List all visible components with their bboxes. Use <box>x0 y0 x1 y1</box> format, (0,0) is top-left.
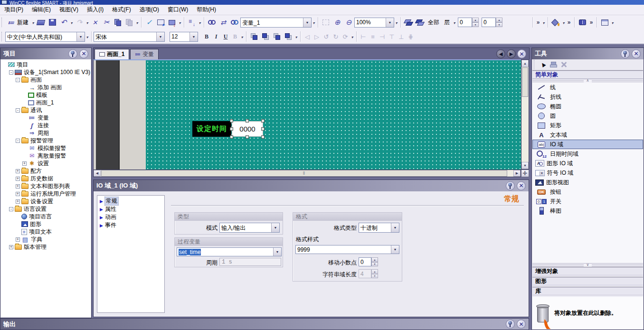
tag-search-combo[interactable]: 变量_1 <box>240 18 312 28</box>
overflow-dropdown-icon[interactable] <box>541 19 546 26</box>
tool-item[interactable]: 日期时间域 <box>532 149 643 159</box>
tree-item[interactable]: -设备_1(Smart 1000 IE V3) <box>1 68 91 76</box>
copy-button[interactable] <box>112 17 123 28</box>
properties-nav-item[interactable]: 常规 <box>98 197 163 205</box>
section-simple-objects[interactable]: 简单对象 <box>532 70 643 79</box>
position-y-spinner[interactable]: 0 <box>482 18 502 27</box>
tree-item[interactable]: 模板 <box>1 91 91 99</box>
position-x-spinner[interactable]: 0 <box>458 18 479 27</box>
scroll-down-icon[interactable]: ▼ <box>521 162 529 169</box>
properties-nav-item[interactable]: 属性 <box>98 205 163 213</box>
combo-arrow-icon[interactable] <box>271 223 279 232</box>
spin-up-icon[interactable] <box>371 257 378 262</box>
position-x-value[interactable]: 0 <box>458 18 472 27</box>
zoom-in-button[interactable] <box>331 17 343 28</box>
tree-item[interactable]: +设备设置 <box>1 198 91 205</box>
tab-order-dropdown-icon[interactable] <box>198 19 202 26</box>
expand-toggle[interactable]: - <box>16 78 20 82</box>
spin-up-icon[interactable] <box>371 269 378 274</box>
redo-button[interactable] <box>74 17 85 28</box>
spin-up-icon[interactable] <box>472 18 479 22</box>
pin-button[interactable] <box>506 181 515 190</box>
delete-drop-area[interactable]: 将对象放置在此以删除。 <box>532 297 643 329</box>
hmi-io-field[interactable]: 0000 <box>232 121 263 137</box>
hmi-text-label[interactable]: 设定时间 <box>192 121 231 137</box>
expand-toggle[interactable]: - <box>16 139 20 143</box>
zoom-overflow-icon[interactable] <box>394 19 398 26</box>
font-overflow-icon[interactable] <box>240 33 244 40</box>
tree-item[interactable]: +文本和图形列表 <box>1 182 91 190</box>
close-button[interactable]: ✕ <box>517 320 526 329</box>
toolbar-grip[interactable] <box>534 60 536 69</box>
pin-button[interactable] <box>621 49 630 58</box>
align-bottom-icon[interactable]: ⊥ <box>397 32 406 41</box>
bring-forward-button[interactable] <box>271 31 283 42</box>
expand-toggle[interactable]: + <box>9 245 13 249</box>
select-cursor-icon[interactable] <box>538 60 548 69</box>
close-button[interactable]: ✕ <box>517 181 526 190</box>
section-enhanced-objects[interactable]: 增强对象 <box>532 267 643 275</box>
underline-button[interactable]: U <box>221 32 230 41</box>
expand-toggle[interactable]: + <box>16 192 20 196</box>
new-screen-button[interactable]: 新建 <box>5 17 31 28</box>
combo-arrow-icon[interactable] <box>391 223 399 232</box>
new-dropdown-icon[interactable] <box>31 19 35 26</box>
italic-button[interactable]: I <box>211 32 221 41</box>
menu-item[interactable]: 视图(V) <box>55 5 83 15</box>
tree-item[interactable]: +运行系统用户管理 <box>1 190 91 198</box>
canvas-vertical-scrollbar[interactable]: ▲ ▼ <box>521 59 529 170</box>
delete-button[interactable] <box>89 17 101 28</box>
menu-item[interactable]: 编辑(E) <box>28 5 55 15</box>
replace-button[interactable] <box>218 17 229 28</box>
bring-to-front-button[interactable] <box>248 31 260 42</box>
tree-item[interactable]: 项目 <box>1 61 91 68</box>
rotate-overflow-icon[interactable] <box>350 33 354 40</box>
zoom-area-button[interactable] <box>320 17 331 28</box>
undo-button[interactable] <box>58 17 69 28</box>
tree-item[interactable]: 图形 <box>1 220 91 228</box>
redo-dropdown-icon[interactable] <box>85 19 89 26</box>
flip-vertical-icon[interactable]: ▷ <box>312 32 322 41</box>
canvas-pan-button[interactable]: ✛ <box>521 170 529 177</box>
menu-item[interactable]: 窗口(W) <box>163 5 192 15</box>
window-layout-dropdown-icon[interactable] <box>610 19 615 26</box>
compile-button[interactable] <box>155 17 166 28</box>
tree-item[interactable]: +字典 <box>1 236 91 243</box>
tree-item[interactable]: +设置 <box>1 160 91 167</box>
section-library[interactable]: 库 <box>532 287 643 295</box>
hmi-screen-area[interactable]: 设定时间 0000 <box>146 60 521 170</box>
menu-item[interactable]: 帮助(H) <box>192 5 220 15</box>
tab-tags[interactable]: 变量 <box>130 49 159 59</box>
toolbar-grip[interactable] <box>1 32 3 41</box>
language-combo[interactable]: 中文(中华人民共和国) <box>5 32 85 42</box>
tab-forward-button[interactable]: ▶ <box>507 49 516 58</box>
canvas-horizontal-scrollbar[interactable]: ◀ ⦀ ▶ <box>93 170 521 177</box>
tool-item[interactable]: 折线 <box>532 92 643 102</box>
library-button[interactable] <box>577 17 588 28</box>
expand-toggle[interactable]: - <box>9 70 13 75</box>
spin-up-icon[interactable] <box>496 18 502 22</box>
scroll-left-icon[interactable]: ◀ <box>94 170 101 177</box>
tree-item[interactable]: 画面_1 <box>1 99 91 106</box>
expand-toggle[interactable]: - <box>16 108 20 113</box>
scroll-thumb[interactable] <box>522 67 528 97</box>
transfer-dropdown-icon[interactable] <box>178 19 182 26</box>
tab-order-button[interactable] <box>186 17 198 28</box>
rotate-right-icon[interactable]: ↻ <box>331 32 341 41</box>
tool-item[interactable]: 开关 <box>532 197 643 206</box>
fill-color-button[interactable] <box>550 17 561 28</box>
blink-button[interactable]: B <box>230 32 240 41</box>
expand-toggle[interactable]: + <box>16 237 20 242</box>
zoom-out-button[interactable] <box>343 17 354 28</box>
tool-item[interactable]: 圆 <box>532 111 643 121</box>
spin-down-icon[interactable] <box>371 274 378 279</box>
format-pattern-combo[interactable]: 9999 <box>295 245 399 254</box>
pin-button[interactable] <box>68 49 77 58</box>
expand-toggle[interactable]: + <box>22 161 27 166</box>
combo-arrow-icon[interactable] <box>391 245 399 254</box>
tool-item[interactable]: 图形视图 <box>532 178 643 187</box>
selection-handle[interactable] <box>230 135 233 139</box>
tree-item[interactable]: 项目语言 <box>1 213 91 220</box>
scroll-thumb[interactable]: ⦀ <box>101 170 507 177</box>
mode-combo[interactable]: 输入/输出 <box>219 223 280 233</box>
